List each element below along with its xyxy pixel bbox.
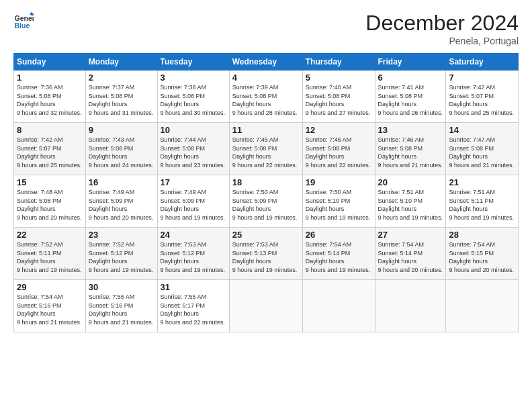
page: General Blue December 2024 Penela, Portu… <box>0 0 532 411</box>
title-block: December 2024 Penela, Portugal <box>365 11 519 46</box>
header-tuesday: Tuesday <box>157 54 229 71</box>
calendar-table: SundayMondayTuesdayWednesdayThursdayFrid… <box>13 53 519 332</box>
calendar-cell: 27 Sunrise: 7:54 AM Sunset: 5:14 PM Dayl… <box>375 228 446 280</box>
calendar-cell: 17 Sunrise: 7:49 AM Sunset: 5:09 PM Dayl… <box>157 175 229 228</box>
day-info: Sunrise: 7:45 AM Sunset: 5:08 PM Dayligh… <box>232 136 300 169</box>
day-info: Sunrise: 7:51 AM Sunset: 5:10 PM Dayligh… <box>378 188 443 222</box>
calendar-cell: 14 Sunrise: 7:47 AM Sunset: 5:08 PM Dayl… <box>446 123 519 175</box>
header: General Blue December 2024 Penela, Portu… <box>13 11 519 46</box>
day-number: 23 <box>89 230 154 240</box>
day-info: Sunrise: 7:52 AM Sunset: 5:12 PM Dayligh… <box>89 240 154 274</box>
calendar-cell: 21 Sunrise: 7:51 AM Sunset: 5:11 PM Dayl… <box>446 175 519 228</box>
day-number: 8 <box>17 125 83 135</box>
day-number: 1 <box>17 73 83 83</box>
calendar-cell: 9 Sunrise: 7:43 AM Sunset: 5:08 PM Dayli… <box>85 123 157 175</box>
day-info: Sunrise: 7:53 AM Sunset: 5:12 PM Dayligh… <box>161 240 226 274</box>
header-row: SundayMondayTuesdayWednesdayThursdayFrid… <box>14 54 519 71</box>
day-number: 4 <box>232 73 300 83</box>
day-number: 26 <box>306 230 372 240</box>
day-number: 21 <box>449 177 515 187</box>
week-row-4: 22 Sunrise: 7:52 AM Sunset: 5:11 PM Dayl… <box>14 228 519 280</box>
day-info: Sunrise: 7:50 AM Sunset: 5:10 PM Dayligh… <box>306 188 372 222</box>
day-info: Sunrise: 7:39 AM Sunset: 5:08 PM Dayligh… <box>232 83 300 117</box>
calendar-cell: 7 Sunrise: 7:42 AM Sunset: 5:07 PM Dayli… <box>446 71 519 123</box>
location: Penela, Portugal <box>365 36 519 46</box>
day-info: Sunrise: 7:42 AM Sunset: 5:07 PM Dayligh… <box>449 83 515 117</box>
calendar-cell: 26 Sunrise: 7:54 AM Sunset: 5:14 PM Dayl… <box>302 228 375 280</box>
day-number: 24 <box>161 230 226 240</box>
day-number: 27 <box>378 230 443 240</box>
day-number: 2 <box>89 73 154 83</box>
calendar-cell: 30 Sunrise: 7:55 AM Sunset: 5:16 PM Dayl… <box>85 280 157 332</box>
day-number: 31 <box>161 282 226 292</box>
calendar-cell: 29 Sunrise: 7:54 AM Sunset: 5:16 PM Dayl… <box>14 280 86 332</box>
day-number: 13 <box>378 125 443 135</box>
day-info: Sunrise: 7:50 AM Sunset: 5:09 PM Dayligh… <box>232 188 300 222</box>
header-sunday: Sunday <box>14 54 86 71</box>
calendar-cell: 5 Sunrise: 7:40 AM Sunset: 5:08 PM Dayli… <box>302 71 375 123</box>
day-info: Sunrise: 7:54 AM Sunset: 5:14 PM Dayligh… <box>378 240 443 274</box>
day-number: 7 <box>449 73 515 83</box>
day-info: Sunrise: 7:40 AM Sunset: 5:08 PM Dayligh… <box>306 83 372 117</box>
day-info: Sunrise: 7:54 AM Sunset: 5:15 PM Dayligh… <box>449 240 515 274</box>
week-row-5: 29 Sunrise: 7:54 AM Sunset: 5:16 PM Dayl… <box>14 280 519 332</box>
day-info: Sunrise: 7:46 AM Sunset: 5:08 PM Dayligh… <box>306 136 372 169</box>
day-info: Sunrise: 7:52 AM Sunset: 5:11 PM Dayligh… <box>17 240 83 274</box>
day-number: 5 <box>306 73 372 83</box>
day-info: Sunrise: 7:49 AM Sunset: 5:09 PM Dayligh… <box>161 188 226 222</box>
calendar-cell: 28 Sunrise: 7:54 AM Sunset: 5:15 PM Dayl… <box>446 228 519 280</box>
day-number: 25 <box>232 230 300 240</box>
header-saturday: Saturday <box>446 54 519 71</box>
header-wednesday: Wednesday <box>229 54 302 71</box>
day-info: Sunrise: 7:47 AM Sunset: 5:08 PM Dayligh… <box>449 136 515 169</box>
day-number: 18 <box>232 177 300 187</box>
calendar-cell: 16 Sunrise: 7:49 AM Sunset: 5:09 PM Dayl… <box>85 175 157 228</box>
month-title: December 2024 <box>365 11 519 36</box>
day-number: 22 <box>17 230 83 240</box>
calendar-cell <box>446 280 519 332</box>
header-thursday: Thursday <box>302 54 375 71</box>
calendar-cell: 25 Sunrise: 7:53 AM Sunset: 5:13 PM Dayl… <box>229 228 302 280</box>
calendar-cell <box>375 280 446 332</box>
day-number: 30 <box>89 282 154 292</box>
day-info: Sunrise: 7:53 AM Sunset: 5:13 PM Dayligh… <box>232 240 300 274</box>
calendar-cell: 23 Sunrise: 7:52 AM Sunset: 5:12 PM Dayl… <box>85 228 157 280</box>
day-info: Sunrise: 7:48 AM Sunset: 5:08 PM Dayligh… <box>17 188 83 222</box>
day-info: Sunrise: 7:38 AM Sunset: 5:08 PM Dayligh… <box>161 83 226 117</box>
week-row-1: 1 Sunrise: 7:36 AM Sunset: 5:08 PM Dayli… <box>14 71 519 123</box>
header-friday: Friday <box>375 54 446 71</box>
calendar-cell: 4 Sunrise: 7:39 AM Sunset: 5:08 PM Dayli… <box>229 71 302 123</box>
calendar-cell: 24 Sunrise: 7:53 AM Sunset: 5:12 PM Dayl… <box>157 228 229 280</box>
day-number: 10 <box>161 125 226 135</box>
day-number: 28 <box>449 230 515 240</box>
calendar-cell: 1 Sunrise: 7:36 AM Sunset: 5:08 PM Dayli… <box>14 71 86 123</box>
day-number: 11 <box>232 125 300 135</box>
header-monday: Monday <box>85 54 157 71</box>
calendar-cell: 6 Sunrise: 7:41 AM Sunset: 5:08 PM Dayli… <box>375 71 446 123</box>
logo: General Blue <box>13 11 34 31</box>
day-number: 3 <box>161 73 226 83</box>
logo-icon: General Blue <box>13 11 34 31</box>
calendar-cell: 2 Sunrise: 7:37 AM Sunset: 5:08 PM Dayli… <box>85 71 157 123</box>
day-info: Sunrise: 7:55 AM Sunset: 5:16 PM Dayligh… <box>89 293 154 326</box>
calendar-cell: 19 Sunrise: 7:50 AM Sunset: 5:10 PM Dayl… <box>302 175 375 228</box>
calendar-cell: 8 Sunrise: 7:42 AM Sunset: 5:07 PM Dayli… <box>14 123 86 175</box>
day-info: Sunrise: 7:55 AM Sunset: 5:17 PM Dayligh… <box>161 293 226 326</box>
day-info: Sunrise: 7:46 AM Sunset: 5:08 PM Dayligh… <box>378 136 443 169</box>
calendar-cell: 18 Sunrise: 7:50 AM Sunset: 5:09 PM Dayl… <box>229 175 302 228</box>
calendar-cell: 15 Sunrise: 7:48 AM Sunset: 5:08 PM Dayl… <box>14 175 86 228</box>
day-info: Sunrise: 7:42 AM Sunset: 5:07 PM Dayligh… <box>17 136 83 169</box>
week-row-2: 8 Sunrise: 7:42 AM Sunset: 5:07 PM Dayli… <box>14 123 519 175</box>
svg-text:Blue: Blue <box>15 21 30 30</box>
calendar-cell: 22 Sunrise: 7:52 AM Sunset: 5:11 PM Dayl… <box>14 228 86 280</box>
day-info: Sunrise: 7:44 AM Sunset: 5:08 PM Dayligh… <box>161 136 226 169</box>
calendar-cell: 31 Sunrise: 7:55 AM Sunset: 5:17 PM Dayl… <box>157 280 229 332</box>
day-number: 19 <box>306 177 372 187</box>
calendar-cell: 12 Sunrise: 7:46 AM Sunset: 5:08 PM Dayl… <box>302 123 375 175</box>
calendar-cell: 20 Sunrise: 7:51 AM Sunset: 5:10 PM Dayl… <box>375 175 446 228</box>
day-number: 12 <box>306 125 372 135</box>
day-info: Sunrise: 7:54 AM Sunset: 5:16 PM Dayligh… <box>17 293 83 326</box>
calendar-cell: 3 Sunrise: 7:38 AM Sunset: 5:08 PM Dayli… <box>157 71 229 123</box>
day-number: 20 <box>378 177 443 187</box>
day-info: Sunrise: 7:54 AM Sunset: 5:14 PM Dayligh… <box>306 240 372 274</box>
